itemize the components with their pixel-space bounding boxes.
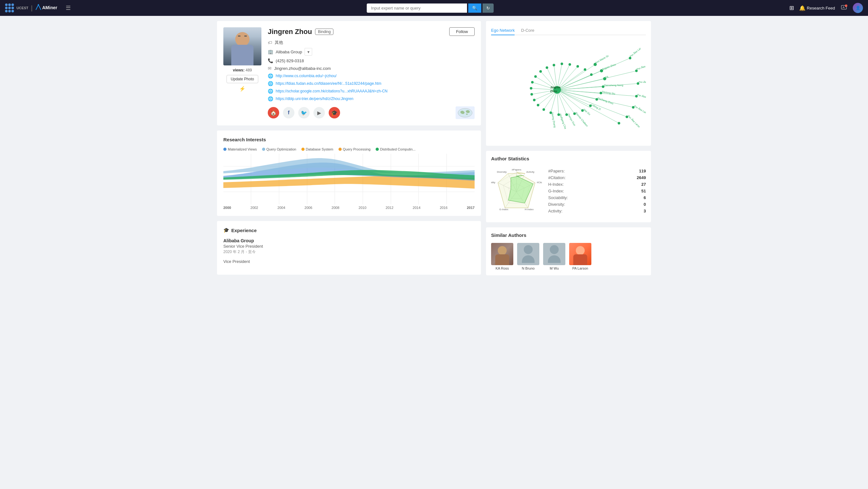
home-social-icon[interactable]: 🏠 [268,107,279,118]
tab-row: Ego Network D-Core [491,26,646,35]
topnav-right: ⊞ 🔔 Research Feed A 1 👤 [789,3,863,13]
org-text: Alibaba Group [276,50,302,54]
profile-info: Jingren Zhou Binding Follow 🏷 其他 🏢 Aliba… [268,27,475,119]
svg-text:AMiner: AMiner [42,5,57,10]
svg-text:Per-Åke Larso: Per-Åke Larso [639,81,646,84]
lightning-icon: ⚡ [239,86,246,92]
search-icon: 🔍 [472,6,477,10]
activity-value: 3 [644,209,646,213]
avatar-image: 👤 [856,6,860,10]
link1[interactable]: http://www.cs.columbia.edu/~jrzhou/ [276,74,337,78]
research-interests-title: Research Interests [223,137,475,142]
svg-text:Ronnie Chaiken: Ronnie Chaiken [575,112,588,127]
legend-label-4: Query Processing [343,147,371,151]
topnav: UCEST | AMiner ☰ 🔍 ↻ ⊞ 🔔 Research Feed [0,0,868,16]
svg-point-65 [542,108,545,111]
link2-row: 🌐 https://fdias.fudan.edu.cn/fdiasen/ee/… [268,81,475,86]
scholar-social-icon[interactable]: 🎓 [329,107,340,118]
svg-point-0 [38,4,39,5]
aminer-logo-text: AMiner [35,3,61,12]
svg-text:Per-Åke Larso: Per-Åke Larso [627,115,641,128]
binding-badge: Binding [315,29,334,35]
stats-gindex: G-Index: 51 [548,189,646,193]
activity-label: Activity: [548,209,562,213]
link3[interactable]: https://scholar.google.com.hk/citations?… [276,89,388,93]
year-2010: 2010 [359,206,366,209]
svg-text:#Papers: #Papers [512,168,521,171]
similar-author-pa-larson[interactable]: PA Larson [569,243,591,270]
tab-d-core[interactable]: D-Core [521,26,534,35]
link4[interactable]: https://dblp.uni-trier.de/pers/hd/z/Zhou… [276,96,353,101]
expand-org-button[interactable]: ▾ [305,48,312,56]
notification-icon[interactable]: A 1 [840,3,848,12]
similar-author-ka-ross[interactable]: KA Ross [491,243,513,270]
svg-line-30 [551,90,557,113]
m-wu-silhouette [543,243,565,265]
profile-name: Jingren Zhou [268,28,312,36]
stats-content: #Papers #Citation H-Index G-Index Sociab… [491,166,646,217]
stats-diversity: Diversity: 0 [548,202,646,207]
search-button[interactable]: 🔍 [468,3,481,13]
legend-label-2: Query Optimization [267,147,296,151]
svg-point-68 [530,93,533,95]
experience-title-text: Experience [231,228,257,233]
grid-icon[interactable]: ⊞ [789,4,794,11]
n-bruno-photo [517,243,539,265]
bell-icon: 🔔 [799,5,806,11]
papers-label: #Papers: [548,169,565,173]
svg-point-75 [561,62,563,65]
svg-text:Jiaxing Zhang: Jiaxing Zhang [551,112,556,128]
svg-point-6 [458,108,472,117]
tab-ego-network[interactable]: Ego Network [491,26,515,35]
svg-text:G-Index: G-Index [499,208,508,211]
update-photo-button[interactable]: Update Photo [226,75,258,83]
svg-text:Hucheng Zhou: Hucheng Zhou [597,96,614,105]
exp-date-1: 2020 年 2 月 - 至今 [223,249,475,255]
svg-text:Zhensheng Nang: Zhensheng Nang [604,84,623,87]
ucest-label: UCEST [17,6,28,10]
similar-author-n-bruno[interactable]: N Bruno [517,243,539,270]
svg-marker-118 [498,172,535,208]
profile-card: views: 489 Update Photo ⚡ Jingren Zhou B… [217,21,481,125]
year-2014: 2014 [413,206,421,209]
link3-icon: 🌐 [268,89,273,94]
follow-button[interactable]: Follow [449,27,475,36]
youtube-social-icon[interactable]: ▶ [313,107,325,118]
refresh-button[interactable]: ↻ [483,3,494,13]
stats-citation: #Citation: 2649 [548,175,646,180]
svg-text:Per-Åke Larsc: Per-Åke Larsc [637,62,646,71]
svg-text:Jiaxiong Shi: Jiaxiong Shi [601,90,616,95]
similar-author-m-wu[interactable]: M Wu [543,243,565,270]
ego-network-card: Ego Network D-Core [486,21,651,146]
diversity-label: Diversity: [548,202,565,207]
org-icon: 🏢 [268,49,273,54]
legend-dot-3 [301,148,305,151]
silhouette-head-2 [550,245,559,254]
exp-title-1: Senior Vice President [223,244,475,249]
research-feed-button[interactable]: 🔔 Research Feed [799,5,835,11]
svg-text:Per-Åke Larso: Per-Åke Larso [633,105,646,116]
experience-card: 🎓 Experience Alibaba Group Senior Vice P… [217,221,481,275]
research-legend: Materialized Views Query Optimization Da… [223,147,475,151]
svg-text:Per-Åke Lar: Per-Åke Lar [629,47,642,58]
facebook-social-icon[interactable]: f [283,107,294,118]
hindex-value: 27 [642,182,646,187]
logo[interactable]: UCEST | AMiner [5,3,61,12]
citation-value: 2649 [637,175,646,180]
stats-sociability: Sociability: 6 [548,195,646,200]
views-label: views: [233,68,245,73]
svg-point-67 [533,99,535,101]
search-input[interactable] [367,3,467,13]
similar-authors-title: Similar Authors [491,232,646,238]
year-2006: 2006 [305,206,312,209]
user-avatar[interactable]: 👤 [853,3,863,13]
hamburger-icon[interactable]: ☰ [66,4,71,11]
svg-point-86 [618,122,620,124]
refresh-icon: ↻ [486,6,490,10]
link2[interactable]: https://fdias.fudan.edu.cn/fdiasen/ee/f4… [276,81,381,86]
legend-dot-4 [339,148,342,151]
legend-label-5: Distributed Computin... [380,147,415,151]
svg-text:Wei Gu: Wei Gu [583,108,591,116]
year-2016: 2016 [440,206,447,209]
twitter-social-icon[interactable]: 🐦 [298,107,310,118]
